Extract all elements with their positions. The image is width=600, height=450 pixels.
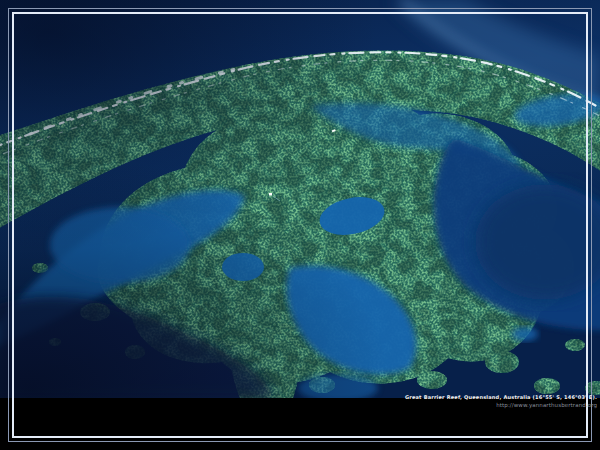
vignette-bottom-left (0, 0, 600, 398)
wallpaper-canvas: Great Barrier Reef, Queensland, Australi… (0, 0, 600, 450)
reef-aerial-photo (0, 0, 600, 398)
caption-url: http://www.yannarthusbertrand.org (405, 401, 597, 409)
caption-location: Great Barrier Reef, Queensland, Australi… (405, 393, 597, 401)
caption: Great Barrier Reef, Queensland, Australi… (405, 393, 597, 409)
